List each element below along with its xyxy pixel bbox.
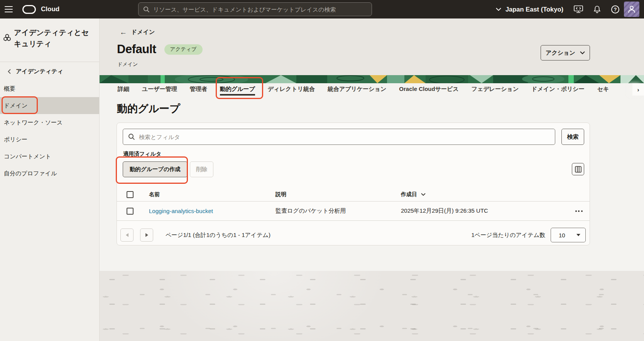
row-checkbox[interactable] — [127, 208, 134, 215]
column-header-created[interactable]: 作成日 — [401, 191, 568, 198]
select-caret-icon — [576, 234, 580, 236]
search-icon — [143, 6, 150, 13]
chevron-down-icon — [496, 8, 501, 11]
applied-filters-label: 適用済フィルタ — [123, 151, 161, 158]
tab-federation[interactable]: フェデレーション — [472, 83, 519, 96]
sidebar-item-my-profile[interactable]: 自分のプロファイル — [0, 165, 99, 182]
sidebar-menu: 概要 ドメイン ネットワーク・ソース ポリシー コンパートメント 自分のプロファ… — [0, 80, 99, 182]
hamburger-menu-icon[interactable] — [5, 6, 13, 12]
back-arrow-icon: ← — [120, 29, 127, 36]
decorative-banner — [100, 75, 644, 83]
global-search-input[interactable] — [153, 6, 367, 13]
tab-details[interactable]: 詳細 — [118, 83, 129, 96]
column-header-name[interactable]: 名前 — [149, 191, 276, 198]
cloud-shell-icon[interactable] — [574, 5, 583, 13]
tab-integrated-applications[interactable]: 統合アプリケーション — [328, 83, 386, 96]
row-description: 監査ログのバケット分析用 — [276, 207, 401, 215]
sidebar-back-identity[interactable]: アイデンティティ — [8, 68, 63, 75]
section-heading: 動的グループ — [117, 102, 180, 116]
page-header: ← ドメイン Default アクティブ ドメイン アクション — [100, 18, 644, 75]
pagination: ページ1/1 (合計1のうちの1 - 1アイテム) 1ページ当たりのアイテム数 … — [120, 228, 586, 242]
select-all-checkbox[interactable] — [127, 191, 134, 198]
global-search-box[interactable] — [138, 2, 372, 16]
delete-button: 削除 — [190, 161, 213, 177]
breadcrumb-back-domains[interactable]: ← ドメイン — [120, 29, 155, 36]
status-badge: アクティブ — [164, 44, 203, 55]
page-next-button[interactable] — [140, 228, 153, 242]
left-triangle-icon — [126, 233, 128, 237]
page-title: Default — [117, 42, 156, 56]
sidebar-item-network-sources[interactable]: ネットワーク・ソース — [0, 114, 99, 131]
pagination-info: ページ1/1 (合計1のうちの1 - 1アイテム) — [166, 232, 270, 239]
filter-search-box[interactable] — [123, 129, 555, 145]
main-content: 動的グループ 検索 適用済フィルタ 動的グループの作成 削除 名前 説明 作成日 — [100, 96, 644, 271]
actions-button[interactable]: アクション — [541, 45, 590, 60]
items-per-page-value: 10 — [559, 232, 565, 239]
sidebar-item-compartments[interactable]: コンパートメント — [0, 148, 99, 165]
search-icon — [128, 133, 135, 140]
chevron-left-icon — [8, 69, 11, 74]
breadcrumb-back-label: ドメイン — [131, 29, 155, 36]
tab-oracle-cloud-services[interactable]: Oracle Cloudサービス — [399, 83, 458, 96]
items-per-page-label: 1ページ当たりのアイテム数 — [471, 232, 545, 239]
tabs-overflow-chevron[interactable]: › — [632, 83, 644, 96]
sidebar-item-domains[interactable]: ドメイン — [0, 97, 99, 114]
row-actions-menu[interactable] — [568, 210, 590, 212]
column-header-description[interactable]: 説明 — [276, 191, 401, 198]
page-subtitle: ドメイン — [117, 61, 138, 68]
column-settings-button[interactable] — [572, 163, 584, 175]
filter-search-input[interactable] — [139, 134, 550, 140]
dynamic-groups-panel: 検索 適用済フィルタ 動的グループの作成 削除 名前 説明 作成日 Loggin… — [117, 123, 590, 245]
bell-icon[interactable] — [593, 5, 601, 13]
row-name-link[interactable]: Logging-analytics-bucket — [149, 208, 276, 214]
table-row: Logging-analytics-bucket 監査ログのバケット分析用 20… — [117, 202, 590, 221]
oracle-logo-icon[interactable] — [22, 5, 36, 14]
help-icon[interactable]: ? — [611, 5, 619, 13]
background-texture — [100, 271, 644, 341]
region-selector[interactable]: Japan East (Tokyo) — [496, 6, 563, 13]
sidebar-divider — [0, 62, 99, 62]
sidebar-item-policies[interactable]: ポリシー — [0, 131, 99, 148]
topbar-right-cluster: Japan East (Tokyo) ? — [496, 0, 619, 18]
search-button[interactable]: 検索 — [561, 129, 584, 145]
topbar: Cloud Japan East (Tokyo) ? — [0, 0, 644, 18]
profile-avatar[interactable] — [624, 2, 639, 17]
sidebar-back-label: アイデンティティ — [16, 68, 63, 75]
tab-directory-integrations[interactable]: ディレクトリ統合 — [268, 83, 315, 96]
tab-user-management[interactable]: ユーザー管理 — [142, 83, 177, 96]
right-triangle-icon — [145, 233, 148, 237]
person-icon — [627, 5, 636, 14]
region-label: Japan East (Tokyo) — [505, 6, 563, 13]
brand-label: Cloud — [41, 5, 59, 13]
tab-security-clipped[interactable]: セキ — [597, 83, 609, 96]
domain-tabbar: 詳細 ユーザー管理 管理者 動的グループ ディレクトリ統合 統合アプリケーション… — [100, 83, 644, 96]
row-created-date: 2025年12月29日(月) 9:26:35 UTC — [401, 207, 568, 215]
table-header: 名前 説明 作成日 — [117, 188, 590, 202]
identity-security-icon — [3, 34, 11, 41]
chevron-down-icon — [580, 51, 585, 54]
tab-domain-policies[interactable]: ドメイン・ポリシー — [531, 83, 584, 96]
tab-administrators[interactable]: 管理者 — [190, 83, 207, 96]
sort-chevron-icon — [421, 193, 426, 196]
sidebar-title: アイデンティティとセキュリティ — [14, 27, 93, 49]
page-prev-button[interactable] — [120, 228, 134, 242]
create-dynamic-group-button[interactable]: 動的グループの作成 — [123, 161, 188, 177]
sidebar: アイデンティティとセキュリティ アイデンティティ 概要 ドメイン ネットワーク・… — [0, 18, 100, 341]
items-per-page-select[interactable]: 10 — [551, 228, 586, 242]
tab-dynamic-groups[interactable]: 動的グループ — [220, 83, 255, 96]
sidebar-item-overview[interactable]: 概要 — [0, 80, 99, 97]
actions-button-label: アクション — [546, 49, 575, 57]
table-columns-icon — [575, 166, 581, 173]
